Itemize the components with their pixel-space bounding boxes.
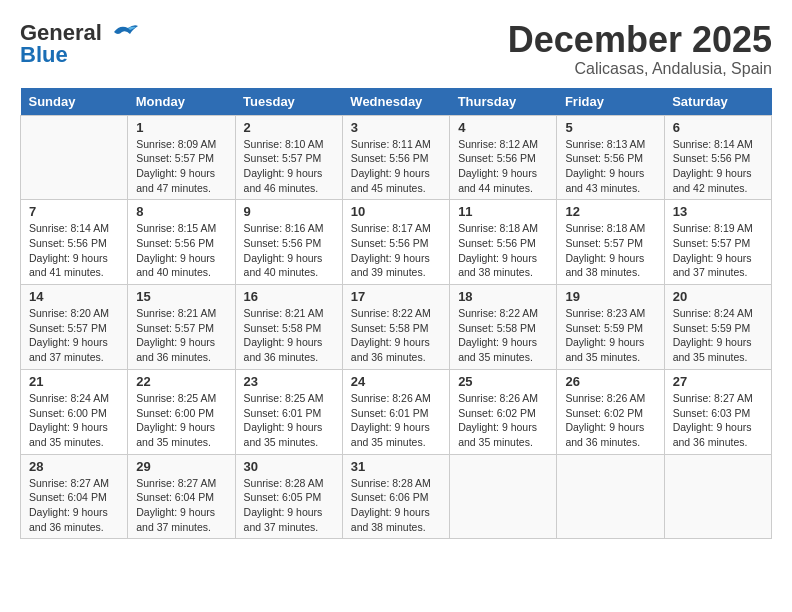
calendar-cell (450, 454, 557, 539)
title-area: December 2025 Calicasas, Andalusia, Spai… (508, 20, 772, 78)
day-number: 6 (673, 120, 763, 135)
header-saturday: Saturday (664, 88, 771, 116)
calendar-cell: 25Sunrise: 8:26 AMSunset: 6:02 PMDayligh… (450, 369, 557, 454)
calendar-cell: 3Sunrise: 8:11 AMSunset: 5:56 PMDaylight… (342, 115, 449, 200)
calendar-week-row: 1Sunrise: 8:09 AMSunset: 5:57 PMDaylight… (21, 115, 772, 200)
day-info: Sunrise: 8:23 AMSunset: 5:59 PMDaylight:… (565, 306, 655, 365)
day-number: 23 (244, 374, 334, 389)
calendar-cell: 29Sunrise: 8:27 AMSunset: 6:04 PMDayligh… (128, 454, 235, 539)
day-number: 29 (136, 459, 226, 474)
day-info: Sunrise: 8:24 AMSunset: 6:00 PMDaylight:… (29, 391, 119, 450)
calendar-cell (21, 115, 128, 200)
calendar-cell: 28Sunrise: 8:27 AMSunset: 6:04 PMDayligh… (21, 454, 128, 539)
day-info: Sunrise: 8:15 AMSunset: 5:56 PMDaylight:… (136, 221, 226, 280)
day-info: Sunrise: 8:28 AMSunset: 6:05 PMDaylight:… (244, 476, 334, 535)
calendar-cell: 13Sunrise: 8:19 AMSunset: 5:57 PMDayligh… (664, 200, 771, 285)
header-tuesday: Tuesday (235, 88, 342, 116)
day-number: 4 (458, 120, 548, 135)
day-info: Sunrise: 8:10 AMSunset: 5:57 PMDaylight:… (244, 137, 334, 196)
day-info: Sunrise: 8:25 AMSunset: 6:01 PMDaylight:… (244, 391, 334, 450)
day-number: 24 (351, 374, 441, 389)
calendar-cell: 12Sunrise: 8:18 AMSunset: 5:57 PMDayligh… (557, 200, 664, 285)
day-info: Sunrise: 8:20 AMSunset: 5:57 PMDaylight:… (29, 306, 119, 365)
calendar-cell: 17Sunrise: 8:22 AMSunset: 5:58 PMDayligh… (342, 285, 449, 370)
calendar-cell: 1Sunrise: 8:09 AMSunset: 5:57 PMDaylight… (128, 115, 235, 200)
day-number: 11 (458, 204, 548, 219)
calendar-cell: 30Sunrise: 8:28 AMSunset: 6:05 PMDayligh… (235, 454, 342, 539)
day-info: Sunrise: 8:24 AMSunset: 5:59 PMDaylight:… (673, 306, 763, 365)
day-info: Sunrise: 8:18 AMSunset: 5:57 PMDaylight:… (565, 221, 655, 280)
header-friday: Friday (557, 88, 664, 116)
day-info: Sunrise: 8:11 AMSunset: 5:56 PMDaylight:… (351, 137, 441, 196)
day-number: 21 (29, 374, 119, 389)
day-number: 30 (244, 459, 334, 474)
calendar-cell: 24Sunrise: 8:26 AMSunset: 6:01 PMDayligh… (342, 369, 449, 454)
day-number: 18 (458, 289, 548, 304)
day-number: 26 (565, 374, 655, 389)
day-info: Sunrise: 8:26 AMSunset: 6:01 PMDaylight:… (351, 391, 441, 450)
day-number: 17 (351, 289, 441, 304)
calendar-cell: 6Sunrise: 8:14 AMSunset: 5:56 PMDaylight… (664, 115, 771, 200)
day-number: 19 (565, 289, 655, 304)
calendar-cell: 8Sunrise: 8:15 AMSunset: 5:56 PMDaylight… (128, 200, 235, 285)
header-wednesday: Wednesday (342, 88, 449, 116)
calendar-week-row: 21Sunrise: 8:24 AMSunset: 6:00 PMDayligh… (21, 369, 772, 454)
calendar-cell: 14Sunrise: 8:20 AMSunset: 5:57 PMDayligh… (21, 285, 128, 370)
logo-blue-text: Blue (20, 42, 68, 67)
day-info: Sunrise: 8:21 AMSunset: 5:57 PMDaylight:… (136, 306, 226, 365)
calendar-cell: 20Sunrise: 8:24 AMSunset: 5:59 PMDayligh… (664, 285, 771, 370)
calendar-week-row: 7Sunrise: 8:14 AMSunset: 5:56 PMDaylight… (21, 200, 772, 285)
day-number: 22 (136, 374, 226, 389)
day-info: Sunrise: 8:09 AMSunset: 5:57 PMDaylight:… (136, 137, 226, 196)
day-number: 5 (565, 120, 655, 135)
day-number: 12 (565, 204, 655, 219)
day-number: 9 (244, 204, 334, 219)
header: General Blue December 2025 Calicasas, An… (20, 20, 772, 78)
day-number: 14 (29, 289, 119, 304)
header-thursday: Thursday (450, 88, 557, 116)
calendar-cell: 15Sunrise: 8:21 AMSunset: 5:57 PMDayligh… (128, 285, 235, 370)
day-number: 2 (244, 120, 334, 135)
logo: General Blue (20, 20, 138, 68)
calendar-week-row: 28Sunrise: 8:27 AMSunset: 6:04 PMDayligh… (21, 454, 772, 539)
day-number: 20 (673, 289, 763, 304)
day-number: 16 (244, 289, 334, 304)
calendar-cell: 18Sunrise: 8:22 AMSunset: 5:58 PMDayligh… (450, 285, 557, 370)
calendar-header-row: SundayMondayTuesdayWednesdayThursdayFrid… (21, 88, 772, 116)
day-info: Sunrise: 8:25 AMSunset: 6:00 PMDaylight:… (136, 391, 226, 450)
day-info: Sunrise: 8:16 AMSunset: 5:56 PMDaylight:… (244, 221, 334, 280)
calendar-cell: 9Sunrise: 8:16 AMSunset: 5:56 PMDaylight… (235, 200, 342, 285)
day-number: 25 (458, 374, 548, 389)
calendar-cell: 21Sunrise: 8:24 AMSunset: 6:00 PMDayligh… (21, 369, 128, 454)
day-info: Sunrise: 8:27 AMSunset: 6:04 PMDaylight:… (136, 476, 226, 535)
day-info: Sunrise: 8:14 AMSunset: 5:56 PMDaylight:… (29, 221, 119, 280)
day-number: 15 (136, 289, 226, 304)
calendar-cell: 7Sunrise: 8:14 AMSunset: 5:56 PMDaylight… (21, 200, 128, 285)
calendar-table: SundayMondayTuesdayWednesdayThursdayFrid… (20, 88, 772, 540)
calendar-cell: 27Sunrise: 8:27 AMSunset: 6:03 PMDayligh… (664, 369, 771, 454)
calendar-cell: 4Sunrise: 8:12 AMSunset: 5:56 PMDaylight… (450, 115, 557, 200)
calendar-cell: 19Sunrise: 8:23 AMSunset: 5:59 PMDayligh… (557, 285, 664, 370)
day-number: 10 (351, 204, 441, 219)
day-number: 7 (29, 204, 119, 219)
day-info: Sunrise: 8:19 AMSunset: 5:57 PMDaylight:… (673, 221, 763, 280)
calendar-week-row: 14Sunrise: 8:20 AMSunset: 5:57 PMDayligh… (21, 285, 772, 370)
day-info: Sunrise: 8:26 AMSunset: 6:02 PMDaylight:… (458, 391, 548, 450)
month-title: December 2025 (508, 20, 772, 60)
day-number: 3 (351, 120, 441, 135)
day-number: 31 (351, 459, 441, 474)
calendar-cell: 2Sunrise: 8:10 AMSunset: 5:57 PMDaylight… (235, 115, 342, 200)
day-info: Sunrise: 8:22 AMSunset: 5:58 PMDaylight:… (351, 306, 441, 365)
header-sunday: Sunday (21, 88, 128, 116)
day-info: Sunrise: 8:21 AMSunset: 5:58 PMDaylight:… (244, 306, 334, 365)
calendar-cell: 31Sunrise: 8:28 AMSunset: 6:06 PMDayligh… (342, 454, 449, 539)
day-info: Sunrise: 8:13 AMSunset: 5:56 PMDaylight:… (565, 137, 655, 196)
day-number: 13 (673, 204, 763, 219)
day-info: Sunrise: 8:27 AMSunset: 6:03 PMDaylight:… (673, 391, 763, 450)
day-info: Sunrise: 8:28 AMSunset: 6:06 PMDaylight:… (351, 476, 441, 535)
calendar-cell (664, 454, 771, 539)
calendar-cell: 5Sunrise: 8:13 AMSunset: 5:56 PMDaylight… (557, 115, 664, 200)
calendar-cell: 22Sunrise: 8:25 AMSunset: 6:00 PMDayligh… (128, 369, 235, 454)
location-subtitle: Calicasas, Andalusia, Spain (508, 60, 772, 78)
calendar-cell: 23Sunrise: 8:25 AMSunset: 6:01 PMDayligh… (235, 369, 342, 454)
